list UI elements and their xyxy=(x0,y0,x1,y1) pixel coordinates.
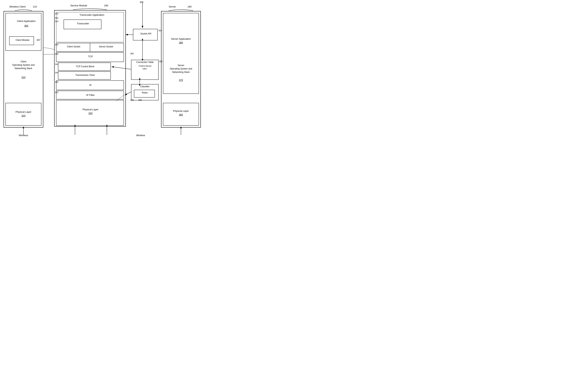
server-os-ref-text: 370 xyxy=(179,79,183,82)
ref-335: 335 xyxy=(55,81,58,83)
ref-360: 360 xyxy=(130,52,134,55)
connection-table-sub: <Client-ServerInfo> xyxy=(132,64,158,70)
client-socket-label: Client Socket xyxy=(58,45,89,48)
server-app-ref-text: 380 xyxy=(179,41,183,44)
ref-344: 344 xyxy=(55,72,58,74)
svg-rect-3 xyxy=(6,13,41,50)
tcp-cb-label: TCP Control Block xyxy=(59,65,111,68)
server-os-ref: 370 xyxy=(163,79,199,82)
wireless-client-label: Wireless Client xyxy=(9,5,26,8)
svg-rect-17 xyxy=(163,13,199,94)
classifier-label: Classifier xyxy=(132,85,158,88)
connection-table-ref: 332 xyxy=(159,60,162,62)
transcoder-app-label: Transcoder Application xyxy=(64,14,120,16)
svg-marker-37 xyxy=(74,124,76,126)
physical-layer-320-ref: 320 xyxy=(57,112,124,114)
svg-marker-35 xyxy=(23,126,24,128)
ref-330: 330 xyxy=(138,99,142,101)
connection-table-label: Connection Table xyxy=(132,61,158,64)
server-app-ref: 380 xyxy=(163,41,199,44)
ref-355: 355 xyxy=(55,17,58,19)
service-module-ref: 190 xyxy=(104,4,108,7)
ref-350: 350 xyxy=(55,44,58,46)
physical-layer-315-ref: 315 xyxy=(6,114,41,117)
wireless-label: Wireless xyxy=(10,134,37,137)
client-os-ref: 310 xyxy=(6,76,41,79)
physical-layer-365-ref-text: 365 xyxy=(179,113,183,116)
physical-layer-365-label: Physical Layer xyxy=(163,110,199,112)
physical-layer-315-ref-text: 315 xyxy=(21,114,26,117)
ip-label: IP xyxy=(57,84,124,86)
client-module-label: Client Module xyxy=(10,39,35,42)
trans-timer-label: Transmission Timer xyxy=(59,74,111,76)
svg-marker-26 xyxy=(142,38,143,40)
ip-filter-label: IP Filter xyxy=(57,94,124,96)
client-os-label: ClientOperating System andNetworking Sta… xyxy=(6,60,41,70)
ref-340: 340 xyxy=(55,53,58,55)
physical-layer-315-label: Physical Layer xyxy=(6,110,41,113)
svg-line-32 xyxy=(125,92,131,95)
service-module-label: Service Module xyxy=(70,4,87,7)
socket-api-label: Socket API xyxy=(134,32,158,35)
server-label: Server xyxy=(169,5,176,8)
svg-marker-27 xyxy=(142,59,143,61)
svg-marker-41 xyxy=(180,126,182,128)
wireline-label: Wireline xyxy=(128,134,154,137)
diagram: Wireless Client 110 Client Application 3… xyxy=(0,0,206,138)
svg-rect-7 xyxy=(56,12,124,42)
ref-322: 322 xyxy=(55,91,58,94)
server-ref: 180 xyxy=(187,5,192,8)
client-app-label: Client Application xyxy=(10,20,42,22)
server-app-label: Server Application xyxy=(163,38,199,40)
wireless-client-ref: 110 xyxy=(33,5,37,8)
ref-300: 300 xyxy=(140,1,143,4)
client-os-ref-text: 310 xyxy=(21,76,26,79)
rules-label: Rules xyxy=(135,92,155,94)
physical-layer-320-label: Physical Layer xyxy=(57,108,124,111)
svg-marker-39 xyxy=(106,124,108,126)
transcoder-label: Transcoder xyxy=(65,22,101,25)
ref-342: 342 xyxy=(55,63,58,65)
client-app-ref: 305 xyxy=(10,24,42,27)
client-module-ref: 307 xyxy=(37,39,40,42)
physical-layer-320-ref-text: 320 xyxy=(89,112,93,114)
tcp-label: TCP xyxy=(57,55,124,58)
socket-api-ref: 352 xyxy=(158,30,162,32)
ref-250: 250 xyxy=(55,12,58,15)
svg-line-28 xyxy=(112,67,131,69)
svg-marker-30 xyxy=(139,78,140,80)
ref-325: 325 xyxy=(130,99,134,101)
server-os-label: ServerOperating System andNetworking Sta… xyxy=(163,64,199,74)
physical-layer-365-ref: 365 xyxy=(163,113,199,116)
ref-354: 354 xyxy=(55,20,58,22)
server-socket-label: Server Socket xyxy=(91,45,122,48)
client-app-ref-text: 305 xyxy=(24,24,28,27)
